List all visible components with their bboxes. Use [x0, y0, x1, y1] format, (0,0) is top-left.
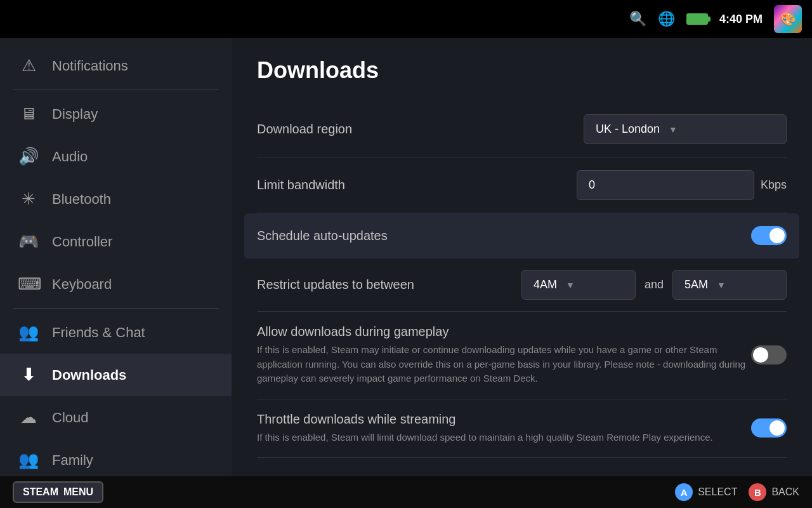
chevron-down-icon: ▼: [717, 280, 726, 290]
controller-icon: 🎮: [18, 232, 39, 251]
sidebar-item-label: Keyboard: [52, 276, 112, 293]
sidebar-item-label: Notifications: [52, 58, 128, 74]
limit-bandwidth-label: Limit bandwidth: [257, 178, 345, 192]
battery-icon: [686, 13, 708, 25]
display-icon: 🖥: [18, 104, 39, 124]
sidebar-item-keyboard[interactable]: ⌨ Keyboard: [0, 263, 232, 305]
download-region-label: Download region: [257, 122, 352, 137]
bandwidth-input-wrap: Kbps: [577, 170, 787, 200]
throttle-downloads-toggle[interactable]: [751, 418, 787, 438]
restrict-from-dropdown[interactable]: 4AM ▼: [521, 270, 636, 300]
sidebar-item-label: Bluetooth: [52, 191, 111, 208]
throttle-downloads-label: Throttle downloads while streaming: [257, 412, 456, 426]
allow-downloads-gameplay-desc: If this is enabled, Steam may initiate o…: [257, 343, 751, 386]
select-label: SELECT: [698, 486, 737, 498]
sidebar-item-controller[interactable]: 🎮 Controller: [0, 220, 232, 263]
family-icon: 👥: [18, 450, 39, 470]
bottombar: STEAM MENU A SELECT B BACK: [0, 476, 812, 508]
chevron-down-icon: ▼: [669, 124, 678, 135]
limit-bandwidth-control: Kbps: [577, 170, 787, 200]
bluetooth-icon: ✳: [18, 189, 39, 209]
avatar[interactable]: 🎨: [774, 5, 802, 33]
steam-label: STEAM: [23, 486, 58, 498]
b-button-badge: B: [749, 483, 766, 501]
bandwidth-input[interactable]: [577, 170, 754, 200]
menu-label: MENU: [63, 486, 93, 498]
allow-downloads-gameplay-row: Allow downloads during gameplay If this …: [257, 312, 787, 399]
restrict-to-value: 5AM: [684, 278, 708, 291]
toggle-knob: [753, 347, 768, 363]
sidebar-item-family[interactable]: 👥 Family: [0, 439, 232, 476]
back-label: BACK: [771, 486, 799, 498]
throttle-downloads-control: [751, 418, 787, 438]
sidebar-item-label: Display: [52, 106, 98, 123]
between-and-label: and: [645, 278, 664, 291]
schedule-auto-updates-toggle[interactable]: [751, 226, 787, 245]
sidebar-item-bluetooth[interactable]: ✳ Bluetooth: [0, 178, 232, 220]
search-icon[interactable]: 🔍: [629, 11, 646, 27]
sidebar-item-cloud[interactable]: ☁ Cloud: [0, 396, 232, 439]
steam-menu-button[interactable]: STEAM MENU: [13, 481, 103, 503]
limit-bandwidth-row: Limit bandwidth Kbps: [257, 157, 787, 213]
keyboard-icon: ⌨: [18, 274, 39, 294]
allow-downloads-gameplay-toggle[interactable]: [751, 345, 787, 364]
sidebar-divider-2: [13, 308, 219, 309]
sidebar-item-label: Friends & Chat: [52, 324, 145, 341]
sidebar-item-display[interactable]: 🖥 Display: [0, 93, 232, 135]
audio-icon: 🔊: [18, 147, 39, 166]
toggle-knob: [769, 420, 785, 436]
sidebar-item-notifications[interactable]: ⚠ Notifications: [0, 44, 232, 87]
sidebar-item-downloads[interactable]: ⬇ Downloads: [0, 354, 232, 396]
restrict-updates-controls: 4AM ▼ and 5AM ▼: [521, 270, 787, 300]
sidebar-item-label: Downloads: [52, 367, 126, 384]
download-region-value: UK - London: [596, 123, 660, 136]
back-hint: B BACK: [749, 483, 799, 501]
clock: 4:40 PM: [719, 13, 763, 26]
sidebar: ⚠ Notifications 🖥 Display 🔊 Audio ✳ Blue…: [0, 38, 232, 476]
notifications-icon: ⚠: [18, 56, 39, 76]
sidebar-divider-1: [13, 90, 219, 90]
restrict-to-dropdown[interactable]: 5AM ▼: [672, 270, 787, 300]
download-region-dropdown[interactable]: UK - London ▼: [584, 114, 787, 144]
topbar: 🔍 🌐 4:40 PM 🎨: [0, 0, 812, 38]
sidebar-item-label: Audio: [52, 149, 88, 165]
chevron-down-icon: ▼: [566, 280, 575, 290]
schedule-auto-updates-label: Schedule auto-updates: [257, 229, 388, 243]
throttle-downloads-desc: If this is enabled, Steam will limit dow…: [257, 431, 713, 445]
sidebar-item-label: Family: [52, 452, 93, 469]
sidebar-item-friends[interactable]: 👥 Friends & Chat: [0, 311, 232, 354]
restrict-from-value: 4AM: [534, 278, 557, 291]
bandwidth-unit: Kbps: [761, 178, 787, 192]
sidebar-item-label: Controller: [52, 234, 112, 250]
a-button-badge: A: [675, 483, 693, 501]
restrict-updates-row: Restrict updates to between 4AM ▼ and 5A…: [257, 258, 787, 312]
restrict-updates-label: Restrict updates to between: [257, 277, 513, 292]
allow-downloads-gameplay-control: [751, 345, 787, 364]
sidebar-item-label: Cloud: [52, 410, 88, 426]
bottom-hints: A SELECT B BACK: [675, 483, 799, 501]
main-layout: ⚠ Notifications 🖥 Display 🔊 Audio ✳ Blue…: [0, 38, 812, 476]
cloud-icon: ☁: [18, 408, 39, 427]
main-content: Downloads Download region UK - London ▼ …: [232, 38, 812, 476]
download-region-control: UK - London ▼: [584, 114, 787, 144]
downloads-icon: ⬇: [18, 365, 39, 385]
sidebar-item-audio[interactable]: 🔊 Audio: [0, 135, 232, 178]
friends-icon: 👥: [18, 323, 39, 342]
throttle-downloads-row: Throttle downloads while streaming If th…: [257, 399, 787, 458]
select-hint: A SELECT: [675, 483, 737, 501]
schedule-auto-updates-row: Schedule auto-updates: [244, 213, 799, 258]
toggle-knob: [769, 228, 785, 243]
allow-downloads-gameplay-label: Allow downloads during gameplay: [257, 324, 449, 338]
page-title: Downloads: [257, 57, 787, 84]
schedule-auto-updates-control: [751, 226, 787, 245]
globe-icon[interactable]: 🌐: [658, 11, 675, 27]
download-region-row: Download region UK - London ▼: [257, 102, 787, 157]
